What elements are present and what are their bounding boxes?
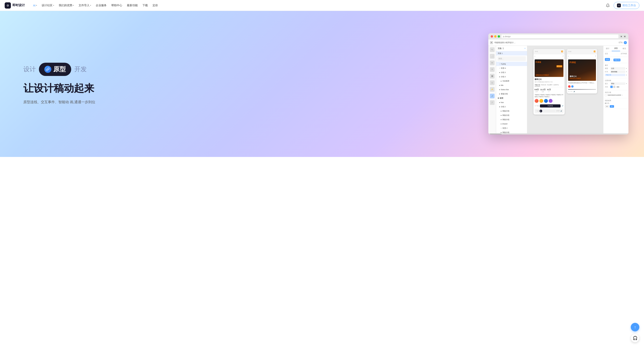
slider-bar [568, 89, 596, 90]
book-cover-2: FIRE 森林之火 WRECKS A FOREST [568, 59, 596, 81]
checkbox-similar[interactable] [605, 94, 607, 96]
tool-prototype[interactable]: 🔗 [490, 94, 494, 98]
direction-key: 方向 [605, 86, 610, 88]
nav-item-ai[interactable]: Ai ▾ [31, 3, 39, 8]
type-key: 类型 [605, 67, 610, 70]
chevron-icon: ▾ [53, 4, 54, 7]
hero-right: js.design ⊕ ⊞ ≡ 书籍阅读类小程序设计… 67% U [95, 33, 628, 135]
click-btn[interactable]: 点击 [605, 58, 610, 61]
dropdown-arrow-2: ▾ [626, 71, 627, 73]
layer-item[interactable]: □ 矩形 2 [496, 126, 527, 130]
tab-author[interactable]: 作者主页 [541, 84, 546, 86]
animation-section: 过渡动画 进入 滑动 ▾ 方向 ← → 300 [603, 78, 628, 90]
target-btn[interactable]: 书籍介绍 [614, 59, 620, 61]
dot-yellow [494, 35, 496, 38]
chevron-icon: ▾ [90, 4, 91, 7]
book-author: 德·九号偶像(藤) 悬疑科幻小说 [535, 81, 564, 83]
nav-item-new[interactable]: 最新功能 [125, 3, 140, 8]
workspace-button[interactable]: ⊙ 前往工作台 [614, 2, 639, 9]
layer-item[interactable]: ▸ title [496, 83, 527, 87]
direction-btns: ← → [610, 86, 616, 88]
dropdown-arrow-3: ▾ [626, 74, 627, 76]
layer-item[interactable]: □ 6.jpeg [496, 62, 527, 66]
trans-b-btn[interactable]: B [610, 105, 614, 108]
chevron-icon: ▾ [73, 4, 74, 7]
stats-row: 9.8万 追书 11.2万 追更 31万 字 [535, 88, 564, 93]
props-tab-prototype[interactable]: 原型 [612, 46, 620, 51]
layer-item[interactable]: ▸ 为你推荐 [496, 79, 527, 83]
book-title-1: 森林之火 [535, 78, 564, 81]
tool-shape[interactable]: ◇ [490, 80, 494, 85]
layer-item[interactable]: ▸ 掌版分组 [496, 109, 527, 113]
hero-subtitle: 原型连线、交互事件、智能动 画,通通一步到位 [23, 99, 95, 105]
tab-intro[interactable]: 书籍介绍 [535, 84, 540, 86]
play-button[interactable]: ▶ [540, 110, 542, 112]
avatar-2 [539, 99, 543, 103]
layer-item[interactable]: ▸ 掌版分组 [496, 113, 527, 117]
action-val[interactable]: 跳转画板 [610, 71, 625, 73]
similar-option: 智能匹配相同名称图层 ? [605, 94, 627, 96]
dir-left[interactable]: ← [610, 86, 613, 88]
props-tab-mark[interactable]: 标注 [620, 46, 628, 51]
link-icon [44, 66, 51, 73]
mockup-app-bar: ≡ 书籍阅读类小程序设计… 67% U [488, 40, 628, 46]
canvas-frame-2: 9:41 📶 ‹ ⤴ FIRE [567, 49, 597, 94]
nav-item-community[interactable]: 设计社区 ▾ [40, 3, 56, 8]
nav-item-download[interactable]: 下载 [140, 3, 150, 8]
nav-item-import[interactable]: 文件导入 ▾ [77, 3, 93, 8]
mockup-body: ↖ ⬜ ✏ T 🖼 ◇ ⚡ 🔗 ⤴ 页数: 1 + [488, 46, 628, 133]
nav-item-advantages[interactable]: 我们的优势 ▾ [57, 3, 76, 8]
arrow-flow: 点击 → 书籍介绍 [605, 58, 627, 62]
layer-item[interactable]: ▸ 分组 3 [496, 75, 527, 79]
tab-reviews[interactable]: 全部评论 [553, 84, 559, 86]
scrollbar[interactable] [488, 133, 628, 135]
tool-export[interactable]: ⤴ [490, 100, 494, 105]
read-btn[interactable]: 开始阅读 [540, 104, 560, 108]
stat-words: 31万 字 [547, 88, 551, 93]
layer-item[interactable]: ▸ 分组 3 [496, 70, 527, 75]
dir-right[interactable]: → [613, 86, 616, 88]
nav-item-pricing[interactable]: 定价 [150, 3, 160, 8]
layer-item-home[interactable]: ⊟ 首页 [496, 96, 527, 100]
layer-item[interactable]: ▸ 分组 2 [496, 105, 527, 109]
page-item[interactable]: 页面 1 [496, 51, 527, 56]
layer-item[interactable]: ▸ 掌版分组 [496, 92, 527, 96]
type-row: 类型 点击 ▾ [605, 67, 627, 70]
tool-text[interactable]: T [490, 67, 494, 72]
layers-search[interactable]: 搜索... [497, 56, 526, 61]
tool-pen[interactable]: ✏ [490, 61, 494, 65]
frame-2-header: 9:41 📶 [567, 49, 597, 54]
tool-component[interactable]: ⚡ [490, 87, 494, 92]
enter-val[interactable]: 滑动 [610, 82, 625, 85]
trans-a-btn[interactable]: A [605, 105, 609, 108]
layer-item[interactable]: ▸ Nav [496, 100, 527, 105]
layer-item[interactable]: ▸ Status Bar [496, 87, 527, 92]
tool-frame[interactable]: ⬜ [490, 54, 494, 59]
nav-right: ⊙ 前往工作台 [604, 2, 639, 9]
workspace-logo: ⊙ [617, 4, 621, 8]
layer-item[interactable]: ▸ drawer [496, 122, 527, 126]
target-field[interactable]: 书籍介绍 [605, 74, 625, 76]
nav-item-help[interactable]: 帮助中心 [109, 3, 124, 8]
url-bar[interactable]: js.design [501, 34, 619, 39]
add-page-btn[interactable]: + [524, 47, 526, 50]
tool-select[interactable]: ↖ [490, 47, 494, 52]
arrow-symbol: → [611, 59, 613, 61]
layer-item[interactable]: ▸ 掌版分组 [496, 117, 527, 122]
color-dot-blue[interactable] [571, 85, 574, 88]
layer-item[interactable]: ▸ 掌版分组 [496, 130, 527, 133]
avatar-3 [544, 99, 548, 103]
logo-area[interactable]: ⊙ 即时设计 [5, 2, 25, 9]
tab-works[interactable]: 作品事件 [547, 84, 552, 86]
notification-bell[interactable] [604, 2, 611, 9]
type-val[interactable]: 点击 [610, 67, 625, 70]
props-tab-design[interactable]: 设计 [603, 46, 612, 51]
layer-item[interactable]: □ 矩形 4 [496, 66, 527, 70]
frame-header: 9:41 📶 [534, 49, 564, 54]
tool-image[interactable]: 🖼 [490, 74, 494, 79]
layers-items: □ 6.jpeg □ 矩形 4 ▸ 分组 3 ▸ 分组 3 [496, 62, 527, 133]
duration-val[interactable]: 300 [616, 86, 620, 88]
menu-icon[interactable]: ≡ [490, 41, 493, 44]
audio-player: ≡ ⏮ ▶ 29:50 🔊 [535, 109, 564, 113]
nav-item-enterprise[interactable]: 企业服务 [94, 3, 108, 8]
